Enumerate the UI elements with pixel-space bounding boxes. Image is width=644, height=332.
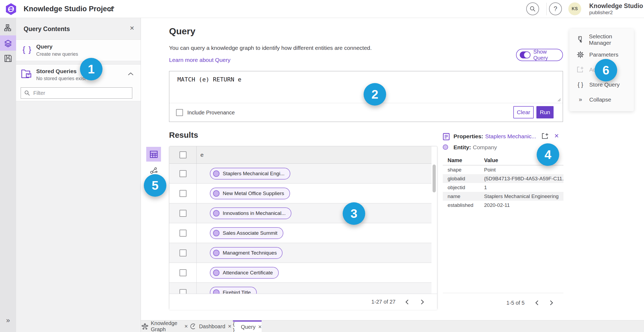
row-checkbox[interactable]	[180, 269, 186, 276]
results-table-card: e Staplers Mechanical Engi... New Metal …	[169, 146, 437, 309]
select-all-checkbox[interactable]	[180, 151, 186, 158]
left-icon-rail: »	[0, 18, 16, 332]
main-content: Query You can query a knowledge graph to…	[141, 18, 644, 320]
include-provenance-checkbox[interactable]	[176, 109, 183, 116]
results-page-range: 1-27 of 27	[371, 299, 396, 305]
row-checkbox[interactable]	[180, 210, 186, 217]
entity-dot-icon	[213, 210, 219, 217]
close-tab-icon[interactable]: ×	[184, 323, 188, 330]
topbar-divider	[546, 3, 547, 15]
item-title: Query	[36, 43, 53, 50]
filter-search-icon	[24, 90, 30, 96]
annotation-4: 4	[537, 143, 559, 166]
table-row[interactable]: Staplers Mechanical Engi...	[169, 164, 431, 184]
table-view-button[interactable]	[146, 147, 161, 162]
layers-icon	[4, 39, 12, 47]
tab-knowledge-graph[interactable]: Knowledge Graph ×	[142, 320, 188, 332]
list-item-stored-queries[interactable]: Stored Queries No stored queries exist	[16, 64, 141, 101]
entity-chip[interactable]: Managment Techniques	[210, 247, 283, 259]
close-tab-icon[interactable]: ×	[258, 323, 262, 330]
user-avatar[interactable]: KS	[568, 2, 581, 15]
item-subtitle: Create new queries	[36, 51, 78, 57]
entity-label: Entity:	[453, 144, 471, 151]
row-checkbox[interactable]	[180, 190, 186, 197]
help-button[interactable]: ?	[549, 2, 562, 15]
annotation-5: 5	[144, 174, 166, 197]
property-row: established 2020-02-11	[443, 201, 564, 210]
table-row[interactable]: Firebird Title	[169, 283, 431, 294]
results-table-header: e	[169, 146, 431, 164]
properties-pagination: 1-5 of 5	[443, 293, 564, 309]
close-panel-icon[interactable]: ×	[130, 24, 134, 32]
next-page-button[interactable]	[418, 298, 427, 306]
entity-dot-icon	[213, 270, 219, 276]
braces-icon: { }	[23, 45, 32, 54]
add-to-map-icon[interactable]	[541, 133, 549, 140]
table-row[interactable]: Innovations in Mechanical...	[169, 203, 431, 223]
table-row[interactable]: Managment Techniques	[169, 243, 431, 263]
properties-entity-link[interactable]: Staplers Mechanic...	[485, 133, 536, 140]
scrollbar-thumb[interactable]	[433, 165, 436, 192]
include-provenance-label: Include Provenance	[187, 110, 235, 116]
tab-query-active[interactable]: { } Query ×	[233, 320, 262, 332]
user-block[interactable]: Knowledge Studio publisher2	[589, 2, 643, 16]
braces-icon: { }	[233, 321, 238, 332]
close-properties-icon[interactable]: ×	[554, 132, 559, 140]
learn-more-link[interactable]: Learn more about Query	[169, 57, 230, 63]
results-view-switcher	[146, 147, 161, 177]
prev-page-button[interactable]	[402, 298, 412, 306]
menu-item-selection-manager[interactable]: Selection Manager	[569, 32, 634, 47]
row-checkbox[interactable]	[180, 170, 186, 177]
entity-chip[interactable]: Attendance Certificate	[210, 267, 279, 279]
toggle-on-icon	[520, 51, 530, 58]
entity-chip[interactable]: Innovations in Mechanical...	[210, 207, 291, 219]
list-item-query[interactable]: { } Query Create new queries	[16, 40, 141, 61]
entity-dot-icon	[213, 230, 219, 236]
property-row: globalid {5D9B4713-F98D-4A53-A59F-C11...	[443, 174, 564, 183]
rail-item-hierarchy[interactable]	[0, 20, 16, 35]
entity-chip[interactable]: Firebird Title	[210, 287, 257, 294]
properties-title: Properties:	[453, 133, 483, 140]
tab-dashboard[interactable]: Dashboard ×	[192, 320, 229, 332]
entity-chip[interactable]: Sales Associate Summit	[210, 227, 283, 239]
table-row[interactable]: Attendance Certificate	[169, 263, 431, 283]
filter-input[interactable]	[33, 90, 129, 96]
entity-dot-icon	[213, 250, 219, 256]
close-tab-icon[interactable]: ×	[228, 323, 232, 330]
show-query-toggle[interactable]: Show Query	[516, 49, 563, 61]
global-search-button[interactable]	[526, 2, 539, 15]
row-checkbox[interactable]	[180, 230, 186, 237]
clear-button[interactable]: Clear	[513, 106, 534, 118]
rail-item-layers[interactable]	[0, 35, 16, 51]
include-provenance-control[interactable]: Include Provenance	[176, 109, 235, 116]
rail-expand-button[interactable]: »	[0, 316, 16, 324]
menu-item-collapse[interactable]: » Collapse	[569, 92, 634, 107]
add-frame-icon	[576, 66, 584, 73]
rail-item-save[interactable]	[0, 51, 16, 66]
chevron-up-icon[interactable]	[128, 72, 134, 76]
prev-page-button[interactable]	[532, 299, 541, 307]
edit-title-icon[interactable]	[108, 5, 115, 12]
table-row[interactable]: New Metal Office Suppliers	[169, 184, 431, 203]
item-subtitle: No stored queries exist	[36, 76, 86, 81]
col-name: Name	[443, 157, 484, 165]
entity-chip[interactable]: Staplers Mechanical Engi...	[210, 168, 290, 180]
knowledge-graph-icon	[142, 323, 148, 330]
app-logo-icon[interactable]	[5, 3, 17, 15]
entity-dot-icon	[213, 170, 219, 177]
bottom-tab-bar: Knowledge Graph × Dashboard × { } Query …	[141, 320, 644, 332]
entity-dot-icon	[213, 190, 219, 197]
property-row: objectid 1	[443, 183, 564, 192]
collapse-icon: »	[576, 96, 584, 103]
next-page-button[interactable]	[547, 299, 556, 307]
results-scrollbar[interactable]	[433, 165, 436, 293]
table-row[interactable]: Sales Associate Summit	[169, 223, 431, 243]
run-button[interactable]: Run	[536, 106, 554, 118]
entity-chip[interactable]: New Metal Office Suppliers	[210, 188, 290, 199]
row-checkbox[interactable]	[180, 249, 186, 256]
row-checkbox[interactable]	[180, 289, 186, 294]
annotation-2: 2	[364, 83, 386, 106]
hierarchy-icon	[4, 24, 12, 32]
resize-handle-icon[interactable]	[557, 98, 561, 102]
project-title: Knowledge Studio Project	[24, 0, 114, 18]
